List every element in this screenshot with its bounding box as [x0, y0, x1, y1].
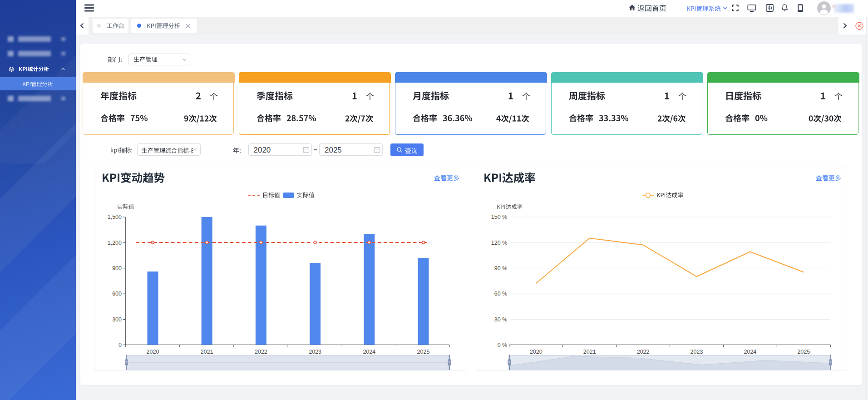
svg-text:2025: 2025: [797, 348, 810, 355]
svg-text:2020: 2020: [146, 348, 159, 355]
svg-text:2021: 2021: [583, 348, 596, 355]
svg-text:2022: 2022: [636, 348, 649, 355]
svg-text:60 %: 60 %: [494, 291, 507, 297]
svg-text:1,200: 1,200: [107, 239, 121, 246]
svg-text:30 %: 30 %: [494, 316, 507, 322]
svg-text:2023: 2023: [690, 348, 703, 355]
svg-text:90 %: 90 %: [494, 265, 507, 272]
svg-text:600: 600: [112, 291, 122, 297]
svg-text:150 %: 150 %: [491, 214, 507, 220]
svg-text:0: 0: [118, 341, 122, 348]
svg-text:2023: 2023: [309, 348, 321, 355]
svg-text:2024: 2024: [744, 348, 756, 355]
svg-text:2024: 2024: [363, 348, 375, 355]
svg-text:2020: 2020: [529, 348, 542, 355]
svg-text:300: 300: [112, 316, 122, 322]
svg-text:2025: 2025: [417, 348, 429, 355]
svg-text:120 %: 120 %: [491, 239, 507, 246]
svg-text:0 %: 0 %: [497, 341, 507, 348]
svg-text:900: 900: [112, 265, 122, 272]
svg-text:2021: 2021: [200, 348, 213, 355]
svg-text:1,500: 1,500: [107, 214, 121, 220]
svg-text:2022: 2022: [254, 348, 267, 355]
